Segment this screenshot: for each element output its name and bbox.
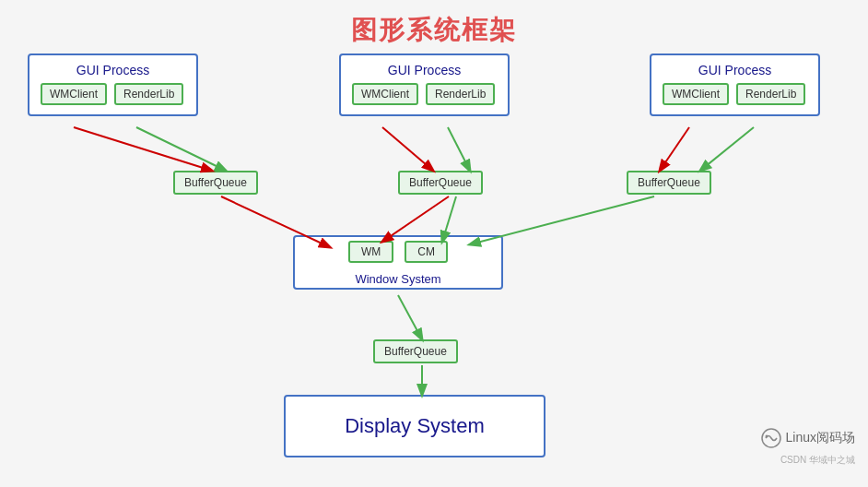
- wm-client-right: WMClient: [663, 83, 729, 105]
- buffer-queue-bottom: BufferQueue: [373, 339, 458, 363]
- svg-line-6: [660, 127, 689, 171]
- render-lib-right: RenderLib: [736, 83, 805, 105]
- wm-client-left: WMClient: [41, 83, 107, 105]
- display-system-label: Display System: [345, 414, 485, 438]
- buffer-queue-right: BufferQueue: [627, 171, 711, 195]
- csdn-text: CSDN 华域中之城: [780, 454, 855, 467]
- svg-line-5: [448, 127, 470, 171]
- svg-line-12: [398, 295, 422, 339]
- window-system-label: Window System: [295, 268, 501, 288]
- wm-client-mid: WMClient: [352, 83, 418, 105]
- window-system-box: WM CM Window System: [293, 235, 503, 290]
- svg-point-1: [765, 435, 768, 438]
- gui-label-left: GUI Process: [41, 63, 185, 77]
- wm-box: WM: [348, 241, 393, 263]
- watermark-text: Linux阅码场: [786, 430, 855, 446]
- display-system-box: Display System: [284, 395, 545, 457]
- svg-line-7: [700, 127, 754, 171]
- gui-process-left: GUI Process WMClient RenderLib: [28, 53, 198, 116]
- watermark-logo-icon: [761, 428, 781, 448]
- gui-label-mid: GUI Process: [352, 63, 497, 77]
- gui-process-right: GUI Process WMClient RenderLib: [650, 53, 820, 116]
- svg-line-2: [74, 127, 212, 171]
- gui-process-mid: GUI Process WMClient RenderLib: [339, 53, 510, 116]
- diagram-container: 图形系统框架 GUI Process WMClient RenderLib GU…: [0, 0, 868, 487]
- svg-line-4: [382, 127, 433, 171]
- buffer-queue-mid: BufferQueue: [398, 171, 483, 195]
- gui-label-right: GUI Process: [663, 63, 807, 77]
- render-lib-left: RenderLib: [114, 83, 183, 105]
- svg-line-3: [136, 127, 226, 171]
- buffer-queue-left: BufferQueue: [173, 171, 258, 195]
- page-title: 图形系统框架: [0, 0, 868, 48]
- watermark: Linux阅码场 CSDN 华域中之城: [761, 428, 855, 467]
- cm-box: CM: [405, 241, 448, 263]
- render-lib-mid: RenderLib: [426, 83, 495, 105]
